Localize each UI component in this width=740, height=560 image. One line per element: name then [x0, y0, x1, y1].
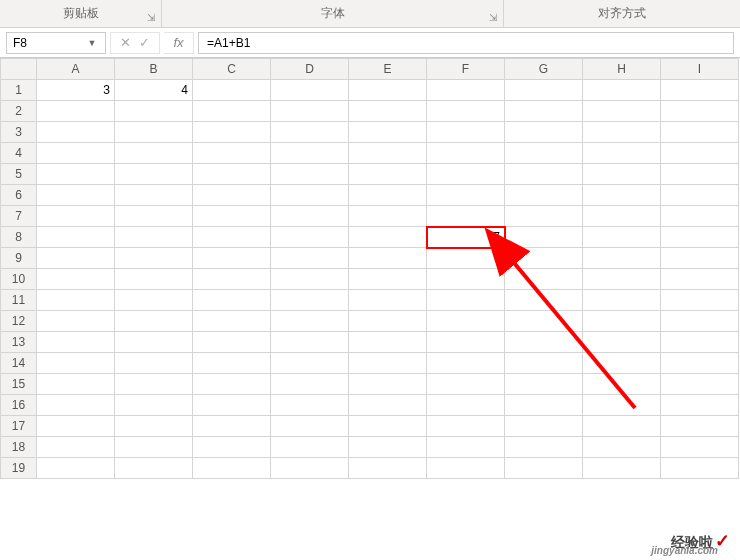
cell[interactable] — [583, 101, 661, 122]
cell[interactable] — [115, 164, 193, 185]
cell[interactable] — [427, 164, 505, 185]
column-header[interactable]: G — [505, 59, 583, 80]
select-all-corner[interactable] — [1, 59, 37, 80]
cell[interactable] — [115, 101, 193, 122]
cell[interactable] — [115, 374, 193, 395]
column-header[interactable]: E — [349, 59, 427, 80]
cell[interactable] — [427, 80, 505, 101]
row-header[interactable]: 16 — [1, 395, 37, 416]
fx-button[interactable]: fx — [164, 32, 194, 54]
column-header[interactable]: D — [271, 59, 349, 80]
cell[interactable] — [427, 374, 505, 395]
cell[interactable] — [427, 206, 505, 227]
cell[interactable] — [37, 122, 115, 143]
cancel-icon[interactable]: ✕ — [120, 35, 131, 50]
cell[interactable] — [427, 122, 505, 143]
cell[interactable] — [661, 458, 739, 479]
cell[interactable] — [661, 353, 739, 374]
cell[interactable] — [349, 416, 427, 437]
cell[interactable] — [505, 353, 583, 374]
cell[interactable] — [37, 374, 115, 395]
cell[interactable] — [583, 395, 661, 416]
cell[interactable]: 4 — [115, 80, 193, 101]
cell[interactable] — [193, 290, 271, 311]
cell[interactable] — [349, 227, 427, 248]
cell[interactable] — [37, 164, 115, 185]
cell[interactable] — [271, 458, 349, 479]
cell[interactable] — [115, 248, 193, 269]
cell[interactable] — [37, 143, 115, 164]
cell[interactable] — [193, 122, 271, 143]
row-header[interactable]: 4 — [1, 143, 37, 164]
cell[interactable] — [505, 248, 583, 269]
cell[interactable] — [193, 248, 271, 269]
cell[interactable] — [271, 395, 349, 416]
column-header[interactable]: F — [427, 59, 505, 80]
cell[interactable] — [115, 353, 193, 374]
cell[interactable] — [505, 311, 583, 332]
cell[interactable] — [193, 458, 271, 479]
cell[interactable] — [427, 437, 505, 458]
cell[interactable] — [271, 248, 349, 269]
cell[interactable] — [115, 311, 193, 332]
cell[interactable] — [427, 332, 505, 353]
cell[interactable] — [661, 416, 739, 437]
cell[interactable] — [115, 227, 193, 248]
cell[interactable] — [115, 290, 193, 311]
cell[interactable] — [661, 311, 739, 332]
cell[interactable]: 7 — [427, 227, 505, 248]
cell[interactable] — [271, 164, 349, 185]
cell[interactable] — [193, 353, 271, 374]
cell[interactable] — [427, 248, 505, 269]
dialog-launcher-icon[interactable]: ⇲ — [487, 11, 499, 23]
cell[interactable] — [349, 311, 427, 332]
cell[interactable] — [349, 206, 427, 227]
cell[interactable] — [271, 332, 349, 353]
cell[interactable] — [37, 248, 115, 269]
cell[interactable] — [583, 185, 661, 206]
cell[interactable] — [37, 206, 115, 227]
cell[interactable] — [271, 122, 349, 143]
row-header[interactable]: 1 — [1, 80, 37, 101]
cell[interactable]: 3 — [37, 80, 115, 101]
column-header[interactable]: H — [583, 59, 661, 80]
cell[interactable] — [661, 122, 739, 143]
cell[interactable] — [661, 395, 739, 416]
cell[interactable] — [115, 143, 193, 164]
cell[interactable] — [271, 206, 349, 227]
cell[interactable] — [661, 332, 739, 353]
cell[interactable] — [505, 269, 583, 290]
cell[interactable] — [427, 353, 505, 374]
cell[interactable] — [661, 269, 739, 290]
cell[interactable] — [193, 437, 271, 458]
cell[interactable] — [427, 416, 505, 437]
cell[interactable] — [349, 353, 427, 374]
cell[interactable] — [505, 101, 583, 122]
cell[interactable] — [583, 206, 661, 227]
cell[interactable] — [37, 311, 115, 332]
cell[interactable] — [427, 185, 505, 206]
row-header[interactable]: 10 — [1, 269, 37, 290]
column-header[interactable]: I — [661, 59, 739, 80]
row-header[interactable]: 2 — [1, 101, 37, 122]
cell[interactable] — [37, 416, 115, 437]
cell[interactable] — [583, 248, 661, 269]
cell[interactable] — [583, 80, 661, 101]
cell[interactable] — [37, 353, 115, 374]
cell[interactable] — [37, 185, 115, 206]
cell[interactable] — [193, 143, 271, 164]
cell[interactable] — [583, 437, 661, 458]
cell[interactable] — [505, 164, 583, 185]
cell[interactable] — [271, 101, 349, 122]
cell[interactable] — [505, 332, 583, 353]
confirm-icon[interactable]: ✓ — [139, 35, 150, 50]
cell[interactable] — [505, 290, 583, 311]
cell[interactable] — [661, 248, 739, 269]
cell[interactable] — [505, 395, 583, 416]
cell[interactable] — [661, 290, 739, 311]
cell[interactable] — [583, 122, 661, 143]
cell[interactable] — [505, 143, 583, 164]
row-header[interactable]: 17 — [1, 416, 37, 437]
cell[interactable] — [271, 374, 349, 395]
cell[interactable] — [583, 458, 661, 479]
